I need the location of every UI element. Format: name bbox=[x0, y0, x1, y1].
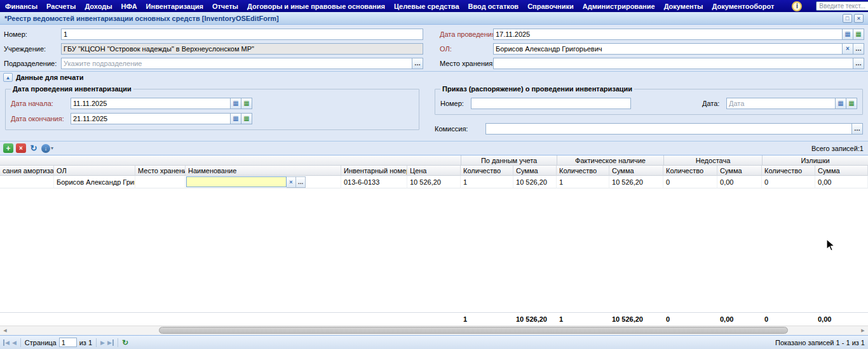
page-last-icon[interactable]: ▶ bbox=[107, 339, 114, 346]
refresh-icon[interactable]: ↻ bbox=[29, 143, 39, 153]
menu-item-inventarizaciya[interactable]: Инвентаризация bbox=[146, 3, 203, 10]
start-calendar-today-icon[interactable]: ▦ bbox=[241, 98, 252, 109]
menu-item-celevye-sredstva[interactable]: Целевые средства bbox=[394, 3, 459, 10]
calendar-icon[interactable]: ▦ bbox=[843, 29, 853, 40]
sum-amortization bbox=[0, 312, 54, 326]
print-data-header[interactable]: ▴ Данные для печати bbox=[0, 72, 868, 83]
info-icon[interactable]: i bbox=[792, 1, 802, 11]
form-row-3: Подразделение: … Место хранения: … bbox=[4, 57, 864, 69]
table-row[interactable]: Борисов Александр Григо... × … 013-6-013… bbox=[0, 176, 868, 188]
page-number-input[interactable] bbox=[59, 338, 77, 347]
cell-fact-qty[interactable]: 1 bbox=[557, 176, 609, 188]
col-price[interactable]: Цена bbox=[407, 166, 461, 176]
menu-item-otchety[interactable]: Отчеты bbox=[212, 3, 238, 10]
start-date-input[interactable] bbox=[71, 98, 231, 109]
col-fact-qty[interactable]: Количество bbox=[557, 166, 609, 176]
ol-input[interactable] bbox=[493, 43, 843, 55]
window-restore-icon[interactable]: □ bbox=[843, 14, 852, 23]
commission-input[interactable] bbox=[485, 123, 852, 135]
page-prev-icon[interactable]: ◀ bbox=[12, 339, 17, 346]
editor-lookup-icon[interactable]: … bbox=[296, 176, 306, 188]
storage-input[interactable] bbox=[493, 58, 853, 69]
sum-ol bbox=[54, 312, 135, 326]
end-calendar-icon[interactable]: ▦ bbox=[231, 113, 241, 124]
sum-price bbox=[407, 312, 461, 326]
department-input[interactable] bbox=[61, 58, 412, 69]
scrollbar-track[interactable] bbox=[10, 326, 858, 335]
cell-acc-sum[interactable]: 10 526,20 bbox=[513, 176, 557, 188]
col-surplus-sum[interactable]: Сумма bbox=[815, 166, 868, 176]
menu-item-raschety[interactable]: Расчеты bbox=[46, 3, 76, 10]
col-storage[interactable]: Место хранения bbox=[135, 166, 186, 176]
calendar-today-icon[interactable]: ▦ bbox=[853, 29, 864, 40]
cell-short-qty[interactable]: 0 bbox=[663, 176, 717, 188]
cell-ol[interactable]: Борисов Александр Григо... bbox=[54, 176, 135, 188]
menu-item-dokumentooborot[interactable]: Документооборот bbox=[712, 3, 774, 10]
menu-item-dokhody[interactable]: Доходы bbox=[85, 3, 112, 10]
number-input[interactable] bbox=[61, 29, 423, 40]
order-number-input[interactable] bbox=[471, 98, 631, 109]
scroll-left-icon[interactable]: ◀ bbox=[0, 326, 10, 335]
cell-storage[interactable] bbox=[135, 176, 186, 188]
cell-inv-number[interactable]: 013-6-0133 bbox=[341, 176, 407, 188]
col-fact-sum[interactable]: Сумма bbox=[609, 166, 663, 176]
number-field-group: Номер: bbox=[4, 29, 423, 40]
page-first-icon[interactable]: ◀ bbox=[3, 339, 10, 346]
cell-price[interactable]: 10 526,20 bbox=[407, 176, 461, 188]
page-next-icon[interactable]: ▶ bbox=[100, 339, 105, 346]
col-ol[interactable]: ОЛ bbox=[54, 166, 135, 176]
cell-surplus-sum[interactable]: 0,00 bbox=[815, 176, 868, 188]
window-close-icon[interactable]: × bbox=[854, 14, 864, 23]
col-short-qty[interactable]: Количество bbox=[663, 166, 717, 176]
cell-acc-qty[interactable]: 1 bbox=[461, 176, 513, 188]
chevron-down-icon: ▾ bbox=[51, 145, 53, 151]
col-amortization[interactable]: сания амортизации bbox=[0, 166, 54, 176]
commission-row: Комиссия: … bbox=[435, 122, 863, 135]
scrollbar-thumb[interactable] bbox=[159, 327, 788, 334]
department-lookup-icon[interactable]: … bbox=[412, 58, 423, 69]
cell-short-sum[interactable]: 0,00 bbox=[717, 176, 762, 188]
cell-name[interactable]: × … bbox=[186, 176, 341, 188]
col-inv-number[interactable]: Инвентарный номер bbox=[341, 166, 407, 176]
menu-item-dogovory[interactable]: Договоры и иные правовые основания bbox=[247, 3, 385, 10]
col-name[interactable]: Наименование bbox=[186, 166, 341, 176]
group-header-accounting: По данным учета bbox=[461, 155, 557, 166]
sum-name bbox=[186, 312, 341, 326]
menu-item-finansy[interactable]: Финансы bbox=[5, 3, 37, 10]
add-row-button[interactable]: + bbox=[3, 143, 13, 153]
pager-refresh-icon[interactable]: ↻ bbox=[122, 338, 128, 347]
lookup-icon[interactable]: … bbox=[853, 43, 864, 55]
col-acc-sum[interactable]: Сумма bbox=[513, 166, 557, 176]
menu-item-administrirovanie[interactable]: Администрирование bbox=[583, 3, 655, 10]
storage-lookup-icon[interactable]: … bbox=[853, 58, 864, 69]
cell-fact-sum[interactable]: 10 526,20 bbox=[609, 176, 663, 188]
sum-fact-qty: 1 bbox=[557, 312, 609, 326]
col-acc-qty[interactable]: Количество bbox=[461, 166, 513, 176]
order-calendar-icon[interactable]: ▦ bbox=[836, 98, 846, 109]
order-calendar-today-icon[interactable]: ▦ bbox=[846, 98, 857, 109]
commission-lookup-icon[interactable]: … bbox=[852, 123, 863, 135]
menu-item-nfa[interactable]: НФА bbox=[121, 3, 137, 10]
editor-clear-icon[interactable]: × bbox=[287, 176, 296, 188]
start-calendar-icon[interactable]: ▦ bbox=[231, 98, 241, 109]
delete-row-button[interactable]: × bbox=[16, 143, 26, 153]
cell-surplus-qty[interactable]: 0 bbox=[762, 176, 815, 188]
col-short-sum[interactable]: Сумма bbox=[717, 166, 762, 176]
search-input[interactable] bbox=[816, 1, 868, 11]
menu-item-vvod-ostatkov[interactable]: Ввод остатков bbox=[468, 3, 519, 10]
inventory-grid: По данным учета Фактическое наличие Недо… bbox=[0, 155, 868, 335]
end-date-input[interactable] bbox=[71, 113, 231, 124]
name-editor-input[interactable] bbox=[186, 176, 287, 187]
cell-amortization[interactable] bbox=[0, 176, 54, 188]
clear-icon[interactable]: × bbox=[843, 43, 853, 55]
menu-item-spravochniki[interactable]: Справочники bbox=[527, 3, 574, 10]
end-calendar-today-icon[interactable]: ▦ bbox=[241, 113, 252, 124]
export-button[interactable]: ↓ ▾ bbox=[41, 144, 53, 153]
scroll-right-icon[interactable]: ▶ bbox=[858, 326, 868, 335]
order-date-input[interactable] bbox=[726, 98, 836, 109]
col-surplus-qty[interactable]: Количество bbox=[762, 166, 815, 176]
date-input[interactable] bbox=[493, 29, 843, 40]
menu-item-dokumenty[interactable]: Документы bbox=[664, 3, 703, 10]
collapse-icon[interactable]: ▴ bbox=[3, 73, 13, 82]
institution-label: Учреждение: bbox=[4, 45, 61, 53]
